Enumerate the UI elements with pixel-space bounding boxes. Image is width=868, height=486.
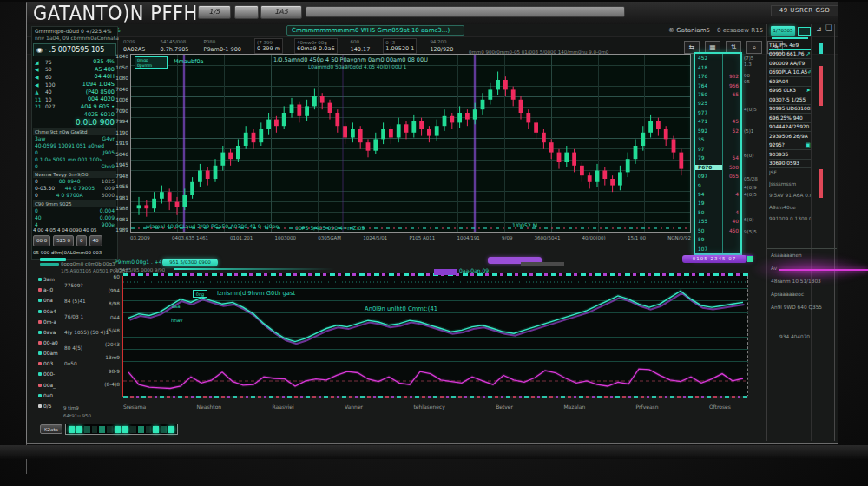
dom-row[interactable]: 097055 — [695, 172, 740, 181]
osc-time-tick: Mazalan — [563, 404, 585, 411]
stat-field: P080P9am0-1 900 — [202, 38, 243, 54]
scrollbar-segment[interactable] — [819, 66, 823, 106]
trend-icon: 21 — [35, 103, 45, 109]
titlebar-address-bar[interactable] — [306, 6, 625, 17]
instrument-item[interactable]: 2939506 26/9A — [769, 132, 811, 141]
tool-item[interactable]: 0ava — [38, 327, 62, 338]
dom-row[interactable]: 59252 — [695, 127, 740, 135]
scale-tick: 05 — [744, 79, 750, 84]
chart-overlay-symbol: Mmaubf0a — [174, 58, 204, 65]
purple-pill-2[interactable]: 0105 2345 07 — [682, 255, 746, 263]
scrollbar-segment[interactable] — [819, 169, 823, 198]
led-segment — [107, 426, 113, 433]
secondary-item[interactable]: JSF — [769, 170, 811, 181]
dom-row[interactable]: 50450 — [695, 227, 740, 235]
tool-item[interactable]: a-:0 — [38, 285, 62, 295]
titlebar-button-1[interactable]: 1/5 — [198, 5, 231, 19]
instrument-item[interactable]: 6995 0LK3➤ — [769, 87, 811, 96]
tool-item[interactable]: 00a_ — [38, 380, 62, 391]
scale-tick: 9(5)5 — [744, 229, 757, 234]
instrument-item[interactable]: 9295?▣ — [769, 141, 811, 151]
dom-row[interactable]: 504 — [695, 208, 740, 217]
tool-item[interactable]: 00-a0 — [38, 338, 62, 348]
tool-item[interactable]: 003. — [38, 358, 62, 369]
dom-row[interactable]: 59 — [695, 235, 740, 244]
panel-annotation-3: hnav — [171, 318, 183, 323]
triangle-icon[interactable]: ⊿ — [816, 25, 822, 33]
dom-row[interactable]: 452 — [695, 54, 740, 62]
instrument-item[interactable]: 30690 0593 — [769, 160, 811, 169]
dom-row[interactable]: 35 — [695, 135, 740, 144]
led-segment — [146, 426, 152, 433]
dom-row[interactable]: P670500 — [695, 162, 740, 171]
dom-row[interactable]: 925 — [695, 99, 740, 108]
time-tick: 40/00(00) — [582, 235, 606, 243]
mini-toggle-button[interactable] — [798, 27, 811, 36]
dom-row[interactable]: 418 — [695, 62, 740, 71]
stat-field: 02090A02A5 — [122, 38, 147, 54]
secondary-item[interactable]: A9sm40ue — [769, 205, 811, 216]
tool-item[interactable]: 0/5 — [38, 401, 62, 411]
osc-tick: (8-4)8 — [104, 382, 120, 387]
tool-item[interactable]: 000- — [38, 369, 62, 379]
sidebar-button[interactable]: 525 0 — [53, 235, 74, 246]
sidebar-button[interactable]: 40 — [89, 235, 102, 246]
divider — [767, 248, 837, 249]
status-button[interactable]: K2ata — [40, 424, 62, 434]
tool-item[interactable]: 00a4 — [38, 305, 62, 316]
dom-row[interactable]: 97 — [695, 145, 740, 154]
titlebar-button-2[interactable] — [234, 5, 259, 19]
titlebar-button-3[interactable]: 1A5 — [260, 5, 302, 19]
dom-row[interactable]: 977 — [695, 108, 740, 117]
connect-button[interactable]: 1/70305 — [771, 26, 795, 36]
instrument-item[interactable]: 0690PLA 10.A5✐ — [769, 69, 811, 78]
instrument-item[interactable]: 090009 AA/T9 — [769, 59, 811, 69]
dom-ladder[interactable]: 4524181769827649667506592597747145592523… — [694, 52, 742, 255]
price-tick: 1006 — [115, 97, 128, 102]
secondary-item[interactable]: Jssssmssm — [769, 181, 811, 193]
secondary-item[interactable]: 9.5AV 91 A6A 0.090 — [769, 193, 811, 204]
scrollbar-segment[interactable] — [819, 43, 823, 54]
dom-row[interactable]: 9 — [695, 181, 740, 189]
osc-tick: 98-9 — [108, 369, 120, 374]
dom-row[interactable]: 75065 — [695, 90, 740, 99]
dom-row[interactable]: 764966 — [695, 81, 740, 89]
dom-row[interactable]: 944 — [695, 190, 740, 199]
menubar-right-label: © Gataniam5 — [668, 27, 710, 34]
tool-item[interactable]: 3am — [38, 274, 62, 285]
candlestick-chart[interactable] — [131, 55, 690, 232]
link-text[interactable]: 0aa-0an.09 — [459, 267, 489, 273]
tool-mark-icon — [38, 341, 42, 345]
osc-time-tick: Vanner — [345, 404, 363, 411]
instrument-item[interactable]: 696.25% 940 — [769, 114, 811, 123]
tool-mark-icon — [38, 404, 42, 408]
dom-row[interactable]: 19 — [695, 199, 740, 207]
instrument-item[interactable]: 9044424/25920 — [769, 123, 811, 133]
sidebar-button[interactable]: 0 — [76, 235, 87, 246]
teal-progress-pill[interactable]: 951 5/0300 0900 — [162, 259, 218, 266]
instrument-item[interactable]: 90995 UD631005 — [769, 105, 811, 115]
menubar-status-pill[interactable]: Cmmmmmmmmmm0 WH5 Gmn059at 10 aamc3...) — [286, 25, 464, 36]
instrument-list: T1L.P% 4e900900 661.P6➚090009 AA/T90690P… — [769, 41, 811, 168]
tool-item[interactable]: 0a0 — [38, 391, 62, 401]
dom-row[interactable]: 7954 — [695, 154, 740, 162]
sidebar-button[interactable]: 00 0 — [33, 235, 50, 246]
instrument-item[interactable]: 00900 661.P6➚ — [769, 50, 811, 60]
instrument-item[interactable]: 903935 — [769, 150, 811, 160]
instrument-item[interactable]: T1L.P% 4e9 — [769, 41, 811, 50]
led-segment — [99, 426, 105, 433]
price-tick: 1919 — [115, 141, 128, 146]
instrument-item[interactable]: 693A04 — [769, 77, 811, 87]
window-icon[interactable]: ❏ — [825, 23, 832, 32]
stat-field: 94.200120/920 — [428, 38, 455, 54]
tool-item[interactable]: 0na — [38, 295, 62, 305]
tool-item[interactable]: 0m-a — [38, 317, 62, 327]
secondary-item[interactable]: 991009 0 1300 0.409 — [769, 216, 811, 227]
tool-item[interactable]: 00am — [38, 348, 62, 358]
dom-row[interactable]: 15540 — [695, 217, 740, 226]
instrument-item[interactable]: 0930?-5 1/255 — [769, 95, 811, 105]
dom-row[interactable]: 47145 — [695, 117, 740, 126]
dom-row[interactable]: 176982 — [695, 72, 740, 81]
price-tick: 1190 — [115, 130, 128, 135]
dom-row[interactable]: 107 — [695, 245, 740, 253]
